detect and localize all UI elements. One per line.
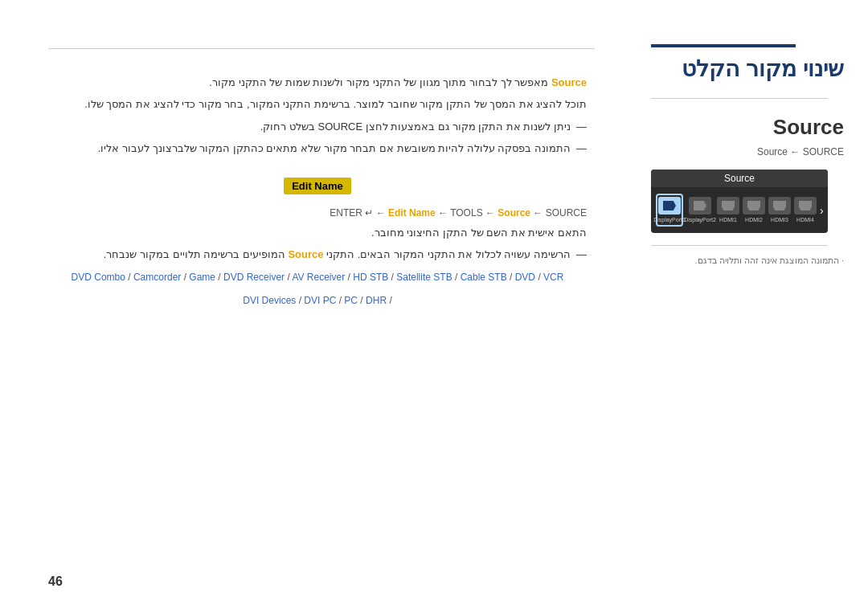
list-item-3: הרשימה עשויה לכלול את התקני המקור הבאים.… [48, 245, 587, 264]
hdmi2-icon [747, 201, 760, 210]
right-title-hebrew: שינוי מקור הקלט [627, 47, 868, 82]
hdmi2-icon-box [743, 197, 765, 215]
list-item-1: ניתן לשנות את התקן מקור גם באמצעות לחצן … [48, 117, 587, 136]
link-vcr[interactable]: VCR [543, 272, 563, 283]
hdmi3-icon [773, 201, 786, 210]
arrow-right-icon[interactable]: › [820, 204, 824, 217]
right-section-title: Source [627, 115, 868, 140]
source-link-2[interactable]: Source [288, 248, 323, 260]
link-cable-stb[interactable]: Cable STB [461, 272, 507, 283]
link-game[interactable]: Game [189, 272, 215, 283]
edit-name-highlight: Edit Name [388, 207, 436, 219]
dp2-icon-box [689, 197, 711, 215]
line1: Source מאפשר לך לבחור מתוך מגוון של התקנ… [48, 73, 587, 92]
line2: תוכל להציג את המסך של התקן מקור שחובר למ… [48, 95, 587, 113]
source-box-header: Source [651, 170, 828, 187]
top-divider [48, 48, 595, 49]
link-camcorder[interactable]: Camcorder [133, 272, 181, 283]
source-item-hdmi3[interactable]: HDMI3 [768, 197, 791, 223]
link-dvd-combo[interactable]: DVD Combo [72, 272, 125, 283]
hdmi1-icon-box [717, 197, 739, 215]
source-item-hdmi4[interactable]: HDMI4 [794, 197, 817, 223]
dp2-label: DisplayPort2 [684, 217, 716, 223]
edit-name-badge: Edit Name [284, 178, 351, 194]
source-box: Source DisplayPort1 DisplayPort2 [651, 170, 828, 233]
dp1-icon [663, 201, 676, 210]
nav-desc: התאם אישית את השם של התקן החיצוני מחובר. [48, 223, 587, 242]
link-av-receiver[interactable]: AV Receiver [292, 272, 345, 283]
dp1-icon-box [658, 197, 681, 215]
link-dvi-pc[interactable]: DVI PC [304, 295, 336, 306]
hdmi3-label: HDMI3 [771, 217, 788, 223]
links-line-1: DVD Combo / Camcorder / Game / DVD Recei… [48, 268, 587, 287]
left-panel: Source מאפשר לך לבחור מתוך מגוון של התקנ… [48, 48, 595, 565]
right-panel: שינוי מקור הקלט Source Source ← SOURCE S… [627, 0, 868, 613]
links-line-2: DVI Devices / DVI PC / PC / DHR / [48, 292, 587, 310]
source-highlight: Source [497, 207, 530, 219]
list-item-2: התמונה בפסקה עלולה להיות משובשת אם תבחר … [48, 139, 587, 157]
hdmi2-label: HDMI2 [745, 217, 763, 223]
source-item-dp1[interactable]: DisplayPort1 [656, 194, 683, 227]
hdmi4-icon-box [794, 197, 817, 215]
source-item-dp2[interactable]: DisplayPort2 [686, 197, 714, 223]
link-hd-stb[interactable]: HD STB [353, 272, 388, 283]
link-dvi-devices[interactable]: DVI Devices [243, 295, 296, 306]
right-divider-1 [651, 98, 828, 99]
nav-path: ENTER ↵ ← Edit Name ← TOOLS ← Source ← S… [48, 207, 587, 219]
hdmi3-icon-box [768, 197, 791, 215]
link-satellite-stb[interactable]: Satellite STB [396, 272, 452, 283]
right-nav-path: Source ← SOURCE [627, 146, 868, 157]
source-link-1[interactable]: Source [551, 76, 587, 88]
link-dvd[interactable]: DVD [515, 272, 535, 283]
hdmi1-label: HDMI1 [719, 217, 737, 223]
content-area: Source מאפשר לך לבחור מתוך מגוון של התקנ… [48, 73, 595, 310]
link-dhr[interactable]: DHR [366, 295, 387, 306]
nav-path-text: ENTER ↵ ← Edit Name ← TOOLS ← Source ← S… [330, 207, 587, 219]
right-bottom-note: התמונה המוצגת אינה זהה ותלויה בדגם. [627, 254, 868, 268]
page-number: 46 [48, 574, 63, 589]
right-bottom-divider [651, 245, 828, 246]
dp2-icon [694, 201, 706, 210]
link-pc[interactable]: PC [344, 295, 358, 306]
hdmi4-icon [799, 201, 812, 210]
hdmi1-icon [722, 201, 735, 210]
dp1-label: DisplayPort1 [653, 217, 686, 223]
source-item-hdmi1[interactable]: HDMI1 [717, 197, 739, 223]
source-icons-row: DisplayPort1 DisplayPort2 HDMI1 [651, 187, 828, 233]
source-item-hdmi2[interactable]: HDMI2 [743, 197, 765, 223]
link-dvd-receiver[interactable]: DVD Receiver [223, 272, 285, 283]
hdmi4-label: HDMI4 [796, 217, 814, 223]
